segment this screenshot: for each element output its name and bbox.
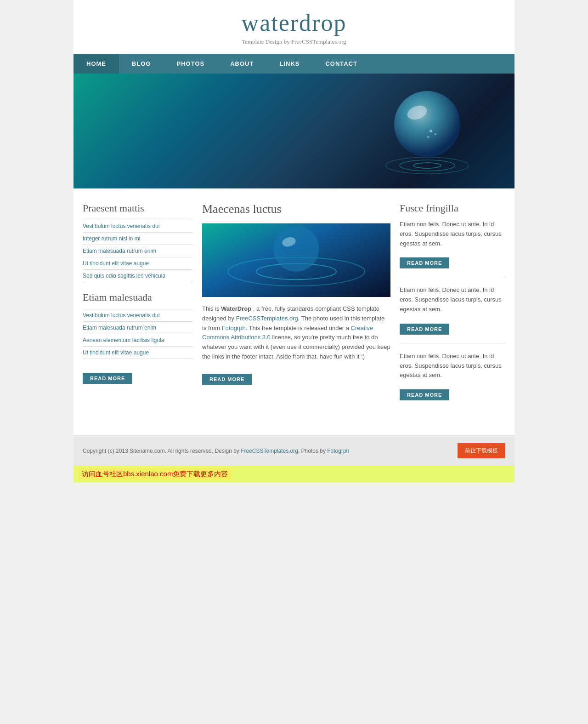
site-title: waterdrop: [74, 9, 514, 36]
svg-point-2: [413, 163, 441, 168]
right-item-2-text: Etiam non felis. Donec ut ante. In id er…: [400, 285, 505, 314]
list-item[interactable]: Sed quis odio sagittis leo vehicula: [83, 269, 193, 282]
article-intro: This is: [202, 305, 221, 312]
main-nav: HOME BLOG PHOTOS ABOUT LINKS CONTACT: [74, 54, 514, 74]
article-image: [202, 223, 390, 297]
nav-item-blog[interactable]: BLOG: [119, 54, 164, 74]
nav-link-links[interactable]: LINKS: [266, 54, 312, 74]
footer-link-1[interactable]: FreeCSSTemplates.org: [241, 448, 298, 454]
banner-text: 访问血号社区bbs.xienlao.com免费下载更多内容: [78, 468, 232, 480]
right-item-3: Etiam non felis. Donec ut ante. In id er…: [400, 352, 505, 409]
nav-link-photos[interactable]: PHOTOS: [164, 54, 218, 74]
list-link[interactable]: Vestibulum luctus venenatis dui: [83, 309, 193, 321]
right-item-3-text: Etiam non felis. Donec ut ante. In id er…: [400, 352, 505, 380]
article-part4: . This free template is released under a: [246, 325, 351, 331]
article-text: This is WaterDrop , a free, fully standa…: [202, 304, 390, 362]
left-column: Praesent mattis Vestibulum luctus venena…: [83, 202, 193, 417]
download-template-button[interactable]: 前往下载模板: [458, 443, 505, 458]
right-read-more-button-2[interactable]: READ MORE: [400, 324, 449, 335]
fotogrph-link[interactable]: Fotogrph: [222, 325, 246, 331]
hero-section: [74, 74, 514, 188]
right-read-more-button-3[interactable]: READ MORE: [400, 389, 449, 400]
list-item[interactable]: Vestibulum luctus venenatis dui: [83, 220, 193, 232]
nav-link-contact[interactable]: CONTACT: [312, 54, 370, 74]
svg-point-7: [427, 136, 430, 138]
nav-link-about[interactable]: ABOUT: [217, 54, 266, 74]
left-section2-list: Vestibulum luctus venenatis dui Etiam ma…: [83, 309, 193, 359]
right-read-more-button-1[interactable]: READ MORE: [400, 257, 449, 268]
footer-copyright: Copyright (c) 2013 Sitename.com. All rig…: [83, 448, 349, 454]
nav-link-blog[interactable]: BLOG: [119, 54, 164, 74]
list-item[interactable]: Etiam malesuada rutrum enim: [83, 245, 193, 257]
right-column: Fusce fringilla Etiam non felis. Donec u…: [400, 202, 505, 417]
footer-link-2[interactable]: Fotogrph: [327, 448, 349, 454]
svg-point-1: [400, 160, 455, 171]
footer-copyright-text: Copyright (c) 2013 Sitename.com. All rig…: [83, 448, 241, 454]
right-heading: Fusce fringilla: [400, 202, 505, 214]
list-item[interactable]: Ut tincidunt elit vitae augue: [83, 257, 193, 269]
list-link[interactable]: Ut tincidunt elit vitae augue: [83, 347, 193, 359]
freecsstemplates-link[interactable]: FreeCSSTemplates.org: [236, 315, 298, 322]
middle-read-more-button[interactable]: READ MORE: [202, 374, 252, 385]
middle-heading: Maecenas luctus: [202, 202, 390, 216]
right-item-2: Etiam non felis. Donec ut ante. In id er…: [400, 285, 505, 343]
svg-point-11: [273, 226, 319, 271]
svg-point-5: [430, 130, 432, 132]
left-section1-heading: Praesent mattis: [83, 202, 193, 214]
list-link[interactable]: Sed quis odio sagittis leo vehicula: [83, 270, 193, 282]
list-link[interactable]: Ut tincidunt elit vitae augue: [83, 257, 193, 269]
nav-item-contact[interactable]: CONTACT: [312, 54, 370, 74]
site-footer: Copyright (c) 2013 Sitename.com. All rig…: [74, 435, 514, 466]
site-header: waterdrop Template Design by FreeCSSTemp…: [74, 0, 514, 54]
left-section1-list: Vestibulum luctus venenatis dui Integer …: [83, 220, 193, 282]
list-link[interactable]: Etiam malesuada rutrum enim: [83, 322, 193, 334]
left-section2-heading: Etiam malesuada: [83, 291, 193, 303]
nav-item-about[interactable]: ABOUT: [217, 54, 266, 74]
list-link[interactable]: Vestibulum luctus venenatis dui: [83, 220, 193, 232]
right-item-1: Etiam non felis. Donec ut ante. In id er…: [400, 220, 505, 277]
main-content: Praesent mattis Vestibulum luctus venena…: [74, 188, 514, 435]
middle-column: Maecenas luctus: [202, 202, 390, 417]
list-item[interactable]: Ut tincidunt elit vitae augue: [83, 346, 193, 359]
footer-text2: . Photos by: [298, 448, 327, 454]
banner-bar: 访问血号社区bbs.xienlao.com免费下载更多内容: [74, 466, 514, 483]
left-read-more-button[interactable]: READ MORE: [83, 373, 132, 384]
svg-point-6: [435, 133, 436, 135]
list-item[interactable]: Etiam malesuada rutrum enim: [83, 321, 193, 334]
nav-item-photos[interactable]: PHOTOS: [164, 54, 218, 74]
right-item-1-text: Etiam non felis. Donec ut ante. In id er…: [400, 220, 505, 248]
list-link[interactable]: Integer rutrum nisl in mi: [83, 233, 193, 245]
list-link[interactable]: Aenean elementum facilisis ligula: [83, 334, 193, 346]
site-tagline: Template Design by FreeCSSTemplates.org: [74, 38, 514, 46]
nav-item-home[interactable]: HOME: [74, 54, 119, 74]
waterdrop-illustration: [377, 83, 478, 184]
list-link[interactable]: Etiam malesuada rutrum enim: [83, 245, 193, 257]
nav-link-home[interactable]: HOME: [74, 54, 119, 74]
article-brand: WaterDrop: [221, 305, 251, 312]
list-item[interactable]: Integer rutrum nisl in mi: [83, 232, 193, 245]
svg-point-3: [394, 91, 460, 157]
list-item[interactable]: Vestibulum luctus venenatis dui: [83, 309, 193, 321]
list-item[interactable]: Aenean elementum facilisis ligula: [83, 334, 193, 346]
nav-item-links[interactable]: LINKS: [266, 54, 312, 74]
